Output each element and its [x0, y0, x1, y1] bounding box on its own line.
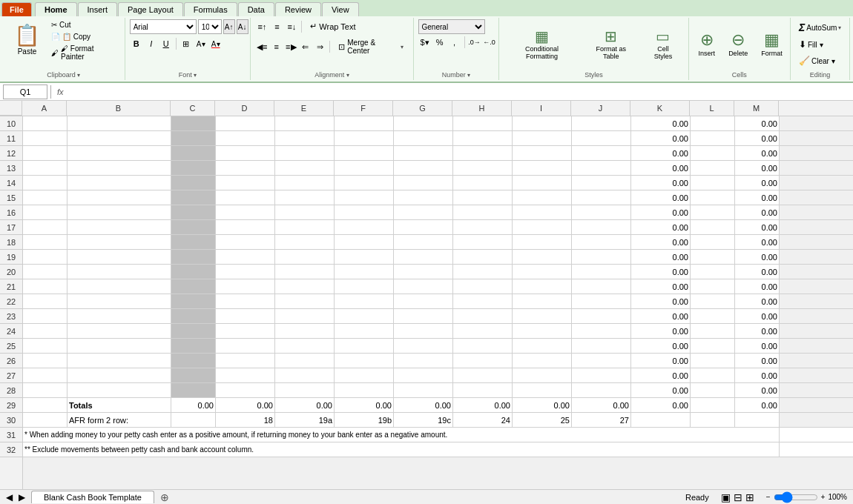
cell-M25[interactable]: 0.00	[735, 339, 780, 353]
cell-E18[interactable]	[275, 235, 335, 249]
cell-D22[interactable]	[216, 294, 275, 308]
cell-C30[interactable]	[171, 413, 216, 427]
cell-L28[interactable]	[691, 383, 735, 397]
cell-J11[interactable]	[572, 131, 631, 145]
cell-D21[interactable]	[216, 279, 275, 294]
cell-C17[interactable]	[171, 220, 216, 234]
insert-button[interactable]: ⊕ Insert	[694, 27, 721, 61]
cell-L24[interactable]	[691, 324, 735, 338]
row-header-29[interactable]: 29	[0, 398, 22, 413]
page-break-btn[interactable]: ⊞	[745, 491, 754, 503]
cell-J17[interactable]	[572, 220, 631, 234]
cell-L18[interactable]	[691, 235, 735, 249]
formula-input[interactable]	[67, 84, 850, 99]
font-family-select[interactable]: Arial	[130, 19, 197, 34]
cell-F17[interactable]	[335, 220, 394, 234]
cell-E30[interactable]: 19a	[275, 413, 335, 427]
cell-A13[interactable]	[23, 161, 67, 175]
cell-M15[interactable]: 0.00	[735, 190, 780, 205]
cell-M28[interactable]: 0.00	[735, 383, 780, 397]
cell-B23[interactable]	[67, 309, 171, 323]
col-header-B[interactable]: B	[67, 101, 171, 116]
paste-button[interactable]: 📋 Paste	[7, 19, 47, 59]
cell-I28[interactable]	[513, 383, 572, 397]
cell-D15[interactable]	[216, 190, 275, 205]
cell-H19[interactable]	[453, 250, 513, 264]
cell-H15[interactable]	[453, 190, 513, 205]
cell-F25[interactable]	[335, 339, 394, 353]
cell-E11[interactable]	[275, 131, 335, 145]
tab-formulas[interactable]: Formulas	[184, 2, 237, 16]
currency-button[interactable]: $▾	[418, 36, 432, 49]
cell-G18[interactable]	[394, 235, 453, 249]
cell-A23[interactable]	[23, 309, 67, 323]
cell-H12[interactable]	[453, 146, 513, 160]
tab-file[interactable]: File	[1, 2, 32, 16]
row-header-22[interactable]: 22	[0, 294, 22, 309]
cell-E13[interactable]	[275, 161, 335, 175]
cell-B21[interactable]	[67, 279, 171, 294]
cell-I18[interactable]	[513, 235, 572, 249]
cell-K17[interactable]: 0.00	[631, 220, 691, 234]
cell-M20[interactable]: 0.00	[735, 265, 780, 279]
cell-E19[interactable]	[275, 250, 335, 264]
cell-B29[interactable]: Totals	[67, 398, 171, 412]
cell-D25[interactable]	[216, 339, 275, 353]
cell-E17[interactable]	[275, 220, 335, 234]
cell-I25[interactable]	[513, 339, 572, 353]
align-top-right[interactable]: ≡↓	[285, 20, 298, 33]
zoom-out-btn[interactable]: −	[766, 493, 771, 501]
copy-button[interactable]: 📄 📋 Copy	[48, 31, 120, 42]
cell-D11[interactable]	[216, 131, 275, 145]
cell-M29[interactable]: 0.00	[735, 398, 780, 412]
cell-G24[interactable]	[394, 324, 453, 338]
cell-M26[interactable]: 0.00	[735, 354, 780, 368]
cell-M13[interactable]: 0.00	[735, 161, 780, 175]
cell-B19[interactable]	[67, 250, 171, 264]
cell-K27[interactable]: 0.00	[631, 368, 691, 382]
cell-M16[interactable]: 0.00	[735, 205, 780, 219]
comma-button[interactable]: ,	[448, 36, 461, 49]
format-button[interactable]: ▦ Format	[756, 27, 788, 61]
row-header-30[interactable]: 30	[0, 413, 22, 428]
cell-G25[interactable]	[394, 339, 453, 353]
cell-A14[interactable]	[23, 176, 67, 190]
cell-L30[interactable]	[691, 413, 735, 427]
cell-L23[interactable]	[691, 309, 735, 323]
cell-D17[interactable]	[216, 220, 275, 234]
cell-B27[interactable]	[67, 368, 171, 382]
cell-I22[interactable]	[513, 294, 572, 308]
cell-M21[interactable]: 0.00	[735, 279, 780, 294]
cell-E22[interactable]	[275, 294, 335, 308]
cell-L15[interactable]	[691, 190, 735, 205]
row-header-32[interactable]: 32	[0, 442, 22, 457]
cell-M23[interactable]: 0.00	[735, 309, 780, 323]
cell-K15[interactable]: 0.00	[631, 190, 691, 205]
cell-C26[interactable]	[171, 354, 216, 368]
row-header-15[interactable]: 15	[0, 190, 22, 205]
cell-E29[interactable]: 0.00	[275, 398, 335, 412]
tab-data[interactable]: Data	[238, 2, 274, 16]
col-header-F[interactable]: F	[334, 101, 393, 116]
col-header-K[interactable]: K	[630, 101, 690, 116]
cell-L27[interactable]	[691, 368, 735, 382]
cell-reference-input[interactable]	[3, 84, 47, 99]
cell-A28[interactable]	[23, 383, 67, 397]
cell-M22[interactable]: 0.00	[735, 294, 780, 308]
cell-E14[interactable]	[275, 176, 335, 190]
cell-G23[interactable]	[394, 309, 453, 323]
cell-J28[interactable]	[572, 383, 631, 397]
cell-C20[interactable]	[171, 265, 216, 279]
cell-J30[interactable]: 27	[572, 413, 631, 427]
cell-M10[interactable]: 0.00	[735, 116, 780, 130]
cell-C24[interactable]	[171, 324, 216, 338]
cell-E26[interactable]	[275, 354, 335, 368]
cell-J26[interactable]	[572, 354, 631, 368]
scroll-left-btn[interactable]: ◀	[6, 492, 13, 503]
cell-A18[interactable]	[23, 235, 67, 249]
row-header-14[interactable]: 14	[0, 176, 22, 190]
cell-G16[interactable]	[394, 205, 453, 219]
cell-H26[interactable]	[453, 354, 513, 368]
tab-home[interactable]: Home	[35, 2, 77, 16]
cell-G21[interactable]	[394, 279, 453, 294]
